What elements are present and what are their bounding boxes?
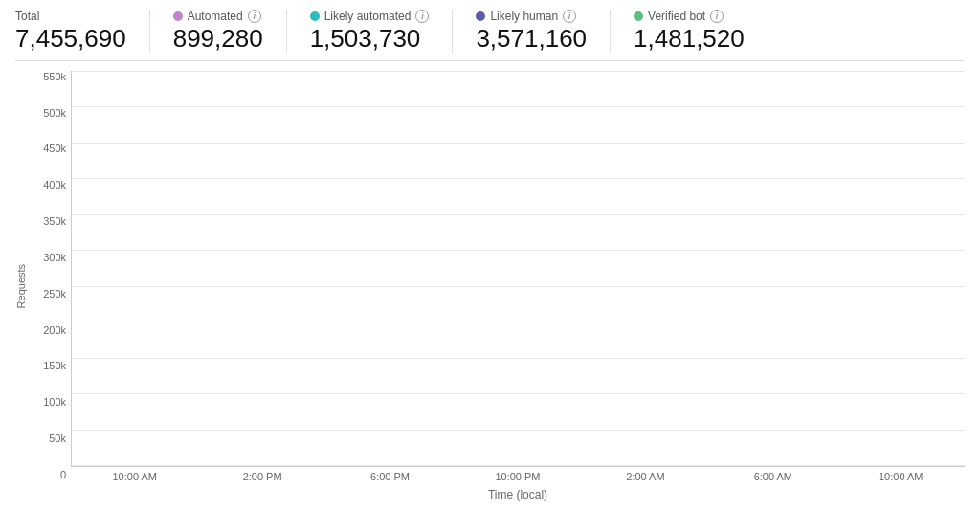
verified-bot-value: 1,481,520 bbox=[634, 25, 745, 53]
chart-inner: 10:00 AM2:00 PM6:00 PM10:00 PM2:00 AM6:0… bbox=[71, 71, 965, 501]
y-axis-label: 400k bbox=[31, 179, 71, 190]
likely-automated-value: 1,503,730 bbox=[310, 25, 430, 53]
x-axis-label: 6:00 AM bbox=[709, 471, 836, 488]
x-axis-label: 10:00 AM bbox=[837, 471, 965, 488]
x-axis-title: Time (local) bbox=[71, 488, 965, 501]
x-axis-label: 2:00 AM bbox=[582, 471, 709, 488]
y-axis-label: 350k bbox=[31, 215, 71, 227]
dashboard-container: Total 7,455,690 Automated i 899,280 Like… bbox=[0, 0, 980, 511]
stat-verified-bot: Verified bot i 1,481,520 bbox=[634, 10, 768, 53]
y-axis-label: 550k bbox=[31, 71, 71, 82]
likely-automated-label: Likely automated bbox=[324, 10, 412, 23]
verified-bot-dot bbox=[634, 11, 643, 21]
total-label: Total bbox=[15, 10, 39, 23]
x-axis-label: 10:00 AM bbox=[71, 471, 198, 488]
x-axis-label: 2:00 PM bbox=[198, 471, 325, 488]
likely-human-dot bbox=[476, 11, 485, 21]
stats-row: Total 7,455,690 Automated i 899,280 Like… bbox=[15, 10, 965, 61]
y-axis-labels: 050k100k150k200k250k300k350k400k450k500k… bbox=[31, 71, 71, 501]
chart-area: Requests 050k100k150k200k250k300k350k400… bbox=[15, 71, 965, 501]
x-axis-label: 6:00 PM bbox=[326, 471, 454, 488]
likely-human-info-icon[interactable]: i bbox=[563, 10, 576, 23]
x-axis-label: 10:00 PM bbox=[454, 471, 581, 488]
likely-human-label: Likely human bbox=[490, 10, 558, 23]
y-axis-label: 150k bbox=[31, 360, 71, 371]
total-value: 7,455,690 bbox=[15, 25, 126, 53]
verified-bot-label: Verified bot bbox=[648, 10, 705, 23]
stat-automated: Automated i 899,280 bbox=[173, 10, 287, 53]
likely-automated-dot bbox=[310, 11, 320, 21]
y-axis-label: 500k bbox=[31, 107, 71, 119]
y-axis-label: 100k bbox=[31, 396, 71, 408]
stat-likely-human: Likely human i 3,571,160 bbox=[476, 10, 611, 53]
stat-likely-automated: Likely automated i 1,503,730 bbox=[310, 10, 454, 53]
bars-container bbox=[71, 71, 965, 467]
x-axis-labels: 10:00 AM2:00 PM6:00 PM10:00 PM2:00 AM6:0… bbox=[71, 467, 965, 488]
likely-human-value: 3,571,160 bbox=[476, 25, 587, 53]
y-axis-label: 250k bbox=[31, 288, 71, 300]
y-axis-label: 300k bbox=[31, 252, 71, 263]
automated-label: Automated bbox=[188, 10, 243, 23]
y-axis-label: 50k bbox=[31, 433, 71, 444]
stat-total: Total 7,455,690 bbox=[15, 10, 150, 53]
y-axis-label: 200k bbox=[31, 324, 71, 336]
y-axis-label: 450k bbox=[31, 143, 71, 154]
bars-row bbox=[72, 71, 965, 466]
automated-dot bbox=[173, 11, 183, 21]
verified-bot-info-icon[interactable]: i bbox=[710, 10, 724, 23]
y-axis-label: 0 bbox=[31, 469, 71, 480]
likely-automated-info-icon[interactable]: i bbox=[415, 10, 429, 23]
y-axis-title: Requests bbox=[15, 71, 31, 501]
automated-value: 899,280 bbox=[173, 25, 263, 53]
automated-info-icon[interactable]: i bbox=[248, 10, 261, 23]
